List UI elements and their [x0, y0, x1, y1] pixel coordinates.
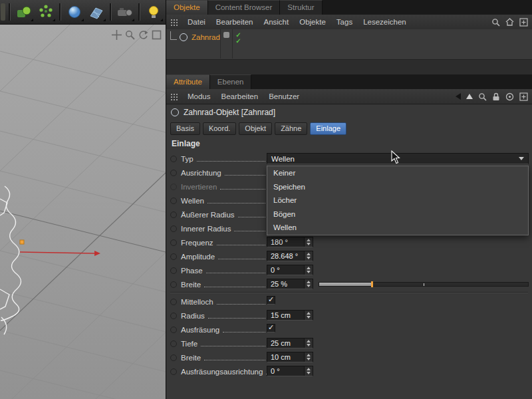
gear-object-icon[interactable]	[180, 33, 188, 41]
tab-ebenen[interactable]: Ebenen	[210, 74, 252, 89]
dropdown-option-keiner[interactable]: Keiner	[267, 166, 528, 180]
menu-datei[interactable]: Datei	[182, 18, 211, 26]
spinner-buttons[interactable]	[304, 279, 313, 289]
keyframe-ring-icon[interactable]	[170, 211, 177, 218]
breite-slider[interactable]	[319, 282, 529, 287]
tab-objekte[interactable]: Objekte	[166, 0, 208, 15]
x-axis-line[interactable]	[20, 252, 94, 253]
pan-view-icon[interactable]	[111, 29, 122, 41]
keyframe-ring-icon[interactable]	[170, 170, 177, 176]
spinner-buttons[interactable]	[304, 237, 313, 247]
menu-bearbeiten-attr[interactable]: Bearbeiten	[216, 92, 264, 100]
dropdown-option-wellen[interactable]: Wellen	[267, 221, 528, 235]
keyframe-ring-icon[interactable]	[170, 368, 177, 375]
keyframe-ring-icon[interactable]	[170, 299, 177, 305]
light-tool-icon[interactable]	[144, 2, 164, 22]
spinner-buttons[interactable]	[304, 311, 313, 320]
dropdown-option-speichen[interactable]: Speichen	[267, 180, 528, 194]
menu-modus[interactable]: Modus	[182, 92, 216, 100]
mittelloch-checkbox[interactable]: ✓	[267, 296, 275, 305]
menu-ansicht[interactable]: Ansicht	[258, 18, 294, 26]
add-panel-icon[interactable]	[519, 92, 528, 101]
axis-handle[interactable]	[20, 240, 24, 244]
dotted-leader	[197, 161, 265, 162]
maximize-view-icon[interactable]	[151, 29, 162, 41]
enable-cell[interactable]: ✓ ✓	[232, 29, 244, 59]
param-label: Mittelloch	[181, 298, 213, 306]
keyframe-ring-icon[interactable]	[170, 267, 177, 274]
spinner-buttons[interactable]	[304, 352, 313, 362]
phase-field[interactable]: 0 °	[267, 265, 313, 275]
keyframe-ring-icon[interactable]	[170, 156, 177, 162]
spinner-buttons[interactable]	[304, 366, 313, 376]
rotate-view-icon[interactable]	[138, 29, 149, 41]
tab-basis[interactable]: Basis	[170, 122, 200, 135]
typ-dropdown[interactable]: Wellen	[267, 153, 529, 164]
tab-attribute[interactable]: Attribute	[166, 74, 210, 89]
spinner-buttons[interactable]	[304, 265, 313, 275]
keyframe-ring-icon[interactable]	[170, 225, 177, 232]
menu-bearbeiten[interactable]: Bearbeiten	[211, 18, 259, 26]
spin-up-icon	[307, 368, 311, 370]
ausfraesungsausrichtung-field[interactable]: 0 °	[267, 366, 313, 376]
dropdown-option-loecher[interactable]: Löcher	[267, 194, 528, 207]
zoom-view-icon[interactable]	[124, 29, 136, 41]
plane-tool-icon[interactable]	[86, 2, 106, 22]
ausfraesungsausrichtung-value: 0 °	[267, 366, 304, 376]
object-list[interactable]: Zahnrad ✓ ✓	[166, 29, 532, 74]
camera-tool-icon[interactable]	[115, 2, 135, 22]
object-name[interactable]: Zahnrad	[192, 33, 220, 41]
viewport-perspective[interactable]	[0, 25, 166, 399]
panel-grip-icon[interactable]	[170, 93, 178, 100]
radius-field[interactable]: 15 cm	[267, 310, 313, 321]
breite2-field[interactable]: 10 cm	[267, 352, 313, 362]
keyframe-ring-icon[interactable]	[170, 281, 177, 288]
keyframe-ring-icon[interactable]	[170, 354, 177, 361]
tab-objekt[interactable]: Objekt	[239, 122, 272, 135]
keyframe-ring-icon[interactable]	[170, 198, 177, 204]
target-icon[interactable]	[505, 92, 514, 101]
layer-cell[interactable]	[220, 29, 232, 59]
parent-object-icon[interactable]	[466, 94, 473, 99]
history-back-icon[interactable]	[456, 93, 461, 100]
tab-koord[interactable]: Koord.	[203, 122, 236, 135]
row-phase: Phase 0 °	[166, 263, 532, 277]
ausfraesung-checkbox[interactable]: ✓	[267, 324, 275, 332]
tab-einlage[interactable]: Einlage	[310, 122, 346, 135]
amplitude-field[interactable]: 28.648 °	[267, 251, 313, 261]
frequenz-field[interactable]: 180 °	[267, 237, 313, 247]
render-enabled-check-icon[interactable]: ✓	[235, 38, 241, 44]
breite-slider-marker[interactable]	[371, 281, 373, 287]
menu-lesezeichen[interactable]: Lesezeichen	[358, 18, 412, 26]
menu-tags[interactable]: Tags	[331, 18, 358, 26]
panel-grip-icon[interactable]	[170, 19, 178, 26]
dropdown-option-boegen[interactable]: Bögen	[267, 207, 528, 221]
clipped-tool-icon[interactable]	[1, 3, 5, 21]
breite-field[interactable]: 25 %	[267, 279, 313, 289]
search-icon[interactable]	[478, 92, 487, 101]
keyframe-ring-icon[interactable]	[170, 327, 177, 333]
array-tool-icon[interactable]	[36, 2, 56, 22]
tab-zaehne[interactable]: Zähne	[275, 122, 307, 135]
search-icon[interactable]	[491, 18, 500, 27]
menu-benutzer[interactable]: Benutzer	[263, 92, 305, 100]
keyframe-ring-icon[interactable]	[170, 340, 177, 347]
tab-content-browser[interactable]: Content Browser	[208, 0, 281, 15]
keyframe-ring-icon[interactable]	[170, 313, 177, 319]
object-row-zahnrad[interactable]: Zahnrad	[169, 31, 220, 43]
keyframe-ring-icon[interactable]	[170, 253, 177, 260]
metaball-tool-icon[interactable]	[65, 2, 84, 22]
spinner-buttons[interactable]	[304, 251, 313, 261]
menu-objekte[interactable]: Objekte	[294, 18, 331, 26]
add-panel-icon[interactable]	[519, 18, 528, 27]
keyframe-ring-icon[interactable]	[170, 184, 177, 190]
home-icon[interactable]	[505, 18, 514, 26]
dotted-leader	[217, 304, 265, 305]
lock-icon[interactable]	[492, 92, 500, 101]
keyframe-ring-icon[interactable]	[170, 239, 177, 246]
spin-up-icon	[307, 312, 311, 315]
spinner-buttons[interactable]	[304, 338, 313, 348]
tiefe-field[interactable]: 25 cm	[267, 338, 313, 348]
boolean-tool-icon[interactable]	[14, 2, 34, 22]
tab-struktur[interactable]: Struktur	[280, 0, 322, 15]
